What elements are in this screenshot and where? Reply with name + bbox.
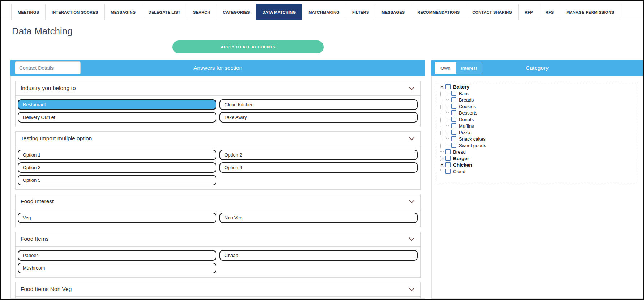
nav-tab-delegate-list[interactable]: DELEGATE LIST — [142, 4, 187, 20]
answer-option[interactable]: Take Away — [219, 112, 418, 123]
answer-option[interactable]: Option 4 — [219, 162, 418, 173]
answer-option[interactable]: Option 5 — [18, 175, 216, 185]
answer-section: Food Items Non VegChickenMutton — [15, 282, 421, 299]
section-header[interactable]: Food Interest — [16, 194, 420, 209]
checkbox[interactable] — [451, 143, 456, 148]
tree-connector — [446, 106, 450, 107]
nav-tab-categories[interactable]: CATEGORIES — [217, 4, 256, 20]
section-header[interactable]: Food Items Non Veg — [16, 282, 420, 297]
tree-item-label[interactable]: Donuts — [459, 117, 474, 122]
tree-row: Pizza — [438, 129, 636, 136]
tree-item-label[interactable]: Bars — [459, 91, 469, 96]
nav-tab-rfp[interactable]: RFP — [518, 4, 539, 20]
nav-tab-meetings[interactable]: MEETINGS — [11, 4, 45, 20]
checkbox[interactable] — [451, 104, 456, 109]
tree-item-label[interactable]: Pizza — [459, 130, 470, 135]
checkbox[interactable] — [445, 149, 451, 154]
answer-sections: Industry you belong toRestaurantCloud Ki… — [15, 81, 421, 299]
tree-row: Snack cakes — [438, 136, 636, 142]
answer-option[interactable]: Veg — [18, 213, 216, 223]
nav-tab-interaction-scores[interactable]: INTERACTION SCORES — [45, 4, 104, 20]
tree-connector — [440, 171, 444, 172]
tree-row: Breads — [438, 97, 636, 103]
checkbox[interactable] — [445, 169, 451, 174]
checkbox[interactable] — [451, 123, 456, 128]
answer-option[interactable]: Option 2 — [219, 150, 418, 160]
answer-option[interactable]: Restaurant — [18, 99, 216, 110]
answer-section: Industry you belong toRestaurantCloud Ki… — [15, 81, 421, 127]
checkbox[interactable] — [451, 91, 456, 96]
category-panel-body: −BakeryBarsBreadsCookiesDessertsDonutsMu… — [431, 76, 643, 299]
answer-option[interactable]: Mushroom — [18, 263, 216, 273]
answer-option[interactable]: Paneer — [18, 250, 216, 261]
checkbox[interactable] — [451, 117, 456, 122]
checkbox[interactable] — [451, 97, 456, 102]
nav-tab-messaging[interactable]: MESSAGING — [104, 4, 142, 20]
nav-tab-manage-permissions[interactable]: MANAGE PERMISSIONS — [560, 4, 620, 20]
tree-row: Sweet goods — [438, 142, 636, 149]
tree-item-label[interactable]: Cloud — [453, 169, 465, 174]
tree-item-label[interactable]: Bakery — [453, 84, 469, 90]
tree-item-label[interactable]: Snack cakes — [459, 136, 486, 142]
tree-row: +Chicken — [438, 162, 636, 168]
tree-row: +Burger — [438, 155, 636, 162]
tree-item-label[interactable]: Sweet goods — [459, 143, 486, 148]
checkbox[interactable] — [451, 136, 456, 141]
tree-item-label[interactable]: Bread — [453, 149, 466, 155]
tree-item-label[interactable]: Desserts — [459, 110, 477, 116]
section-title: Food Items Non Veg — [21, 286, 72, 292]
section-header[interactable]: Food Items — [16, 232, 420, 247]
nav-tab-filters[interactable]: FILTERS — [346, 4, 375, 20]
category-tree: −BakeryBarsBreadsCookiesDessertsDonutsMu… — [436, 81, 638, 184]
tree-item-label[interactable]: Chicken — [453, 162, 472, 168]
apply-to-all-accounts-button[interactable]: APPLY TO ALL ACCOUNTS — [172, 40, 324, 53]
tree-item-label[interactable]: Burger — [453, 156, 469, 161]
chevron-down-icon — [409, 235, 415, 241]
nav-tabs: MEETINGSINTERACTION SCORESMESSAGINGDELEG… — [11, 4, 643, 20]
answer-option[interactable]: Option 3 — [18, 162, 216, 173]
tab-interest[interactable]: Interest — [456, 62, 482, 74]
checkbox[interactable] — [445, 162, 451, 167]
answer-option[interactable]: Option 1 — [18, 150, 216, 160]
nav-tab-messages[interactable]: MESSAGES — [375, 4, 411, 20]
section-options: RestaurantCloud KitchenDelivery OutLetTa… — [16, 96, 420, 127]
nav-tab-data-matching[interactable]: DATA MATCHING — [256, 4, 302, 20]
checkbox[interactable] — [445, 156, 451, 161]
tree-connector — [446, 125, 450, 126]
tab-own[interactable]: Own — [435, 62, 456, 74]
answers-panel-title: Answers for section — [193, 65, 242, 71]
page-title: Data Matching — [12, 26, 643, 37]
section-selector[interactable]: Contact Details — [15, 61, 81, 74]
tree-row: Cloud — [438, 168, 636, 175]
tree-item-label[interactable]: Muffins — [459, 123, 474, 129]
tree-item-label[interactable]: Breads — [459, 97, 474, 103]
collapse-icon[interactable]: − — [440, 85, 444, 89]
category-panel-title: Category — [526, 65, 549, 71]
answer-option[interactable]: Non Veg — [219, 213, 418, 223]
section-title: Food Interest — [21, 198, 54, 205]
section-header[interactable]: Testing Import muliple option — [16, 132, 420, 146]
section-title: Testing Import muliple option — [21, 135, 92, 142]
nav-tab-matchmaking[interactable]: MATCHMAKING — [302, 4, 346, 20]
nav-tab-recommendations[interactable]: RECOMMENDATIONS — [411, 4, 466, 20]
expand-icon[interactable]: + — [440, 163, 444, 167]
answer-option[interactable]: Chaap — [219, 250, 418, 261]
nav-tab-contact-sharing[interactable]: CONTACT SHARING — [466, 4, 518, 20]
tree-row: Donuts — [438, 116, 636, 123]
tree-item-label[interactable]: Cookies — [459, 104, 476, 109]
answers-panel-body: Industry you belong toRestaurantCloud Ki… — [10, 76, 425, 299]
checkbox[interactable] — [451, 130, 456, 135]
answers-panel-header: Contact Details Answers for section — [10, 60, 425, 76]
tree-row: Bars — [438, 90, 636, 97]
section-header[interactable]: Industry you belong to — [16, 81, 420, 96]
checkbox[interactable] — [445, 84, 451, 89]
main-nav: MEETINGSINTERACTION SCORESMESSAGINGDELEG… — [1, 4, 643, 20]
answer-option[interactable]: Cloud Kitchen — [219, 99, 418, 110]
answer-section: Food InterestVegNon Veg — [15, 194, 421, 227]
checkbox[interactable] — [451, 110, 456, 115]
expand-icon[interactable]: + — [440, 157, 444, 160]
nav-tab-search[interactable]: SEARCH — [187, 4, 217, 20]
answers-panel: Contact Details Answers for section Indu… — [10, 60, 425, 299]
nav-tab-rfs[interactable]: RFS — [539, 4, 560, 20]
answer-option[interactable]: Delivery OutLet — [18, 112, 216, 123]
